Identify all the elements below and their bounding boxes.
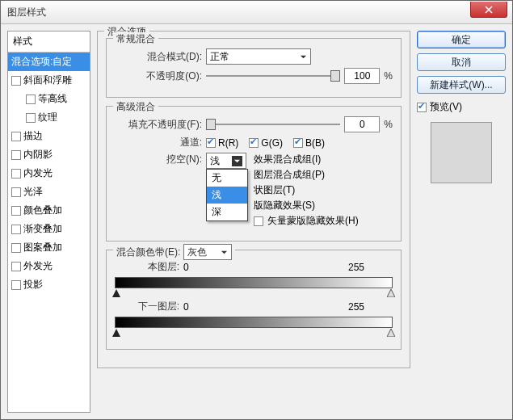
adv-check-label: 效果混合成组(I) [254,153,321,166]
styles-item-label: 图案叠加 [23,241,62,254]
advanced-blend-group: 高级混合 填充不透明度(F): 0 % 通道: R(R) G(G) [106,106,402,242]
gradient-stop-white[interactable] [387,329,395,337]
this-layer-gradient[interactable] [115,277,393,288]
blend-if-select[interactable]: 灰色 [183,244,232,260]
styles-item-label: 混合选项:自定 [11,55,72,69]
fill-opacity-label: 填充不透明度(F): [115,118,202,132]
knockout-select[interactable]: 浅 无 浅 深 [206,153,246,169]
styles-item-label: 斜面和浮雕 [23,74,72,87]
styles-item[interactable]: 斜面和浮雕 [8,71,90,90]
dialog-title: 图层样式 [1,6,46,19]
blend-if-label: 混合颜色带(E): [116,246,180,259]
range-high: 255 [348,301,364,313]
fill-opacity-slider[interactable] [206,118,340,131]
chevron-down-icon [232,156,242,166]
styles-item[interactable]: 颜色叠加 [8,201,90,220]
adv-check-5[interactable] [254,216,263,226]
styles-item[interactable]: 外发光 [8,257,90,275]
styles-item[interactable]: 光泽 [8,183,90,201]
blend-mode-select[interactable]: 正常 [206,48,311,65]
styles-item[interactable]: 纹理 [8,108,90,127]
styles-item-label: 颜色叠加 [23,204,62,217]
styles-item-checkbox[interactable] [11,280,21,290]
blend-if-legend: 混合颜色带(E): 灰色 [113,244,235,260]
blend-mode-value: 正常 [210,50,229,64]
styles-item[interactable]: 描边 [8,127,90,145]
styles-item[interactable]: 等高线 [8,90,90,108]
styles-item-checkbox[interactable] [26,94,36,104]
styles-item[interactable]: 图案叠加 [8,238,90,257]
gradient-stop-black[interactable] [112,329,120,337]
channel-g-checkbox[interactable] [249,138,259,148]
adv-check-label: 版隐藏效果(S) [254,199,315,212]
styles-item-checkbox[interactable] [11,243,21,253]
new-style-button[interactable]: 新建样式(W)... [417,76,506,94]
styles-item[interactable]: 投影 [8,275,90,294]
fill-opacity-input[interactable]: 0 [344,116,380,132]
pct-label: % [384,70,393,82]
layer-style-dialog: 图层样式 样式 混合选项:自定 斜面和浮雕等高线纹理描边内阴影内发光光泽颜色叠加… [0,0,513,420]
advanced-check-list: 效果混合成组(I) 图层混合成组(P) 状图层(T) 版隐藏效果(S) 矢量蒙版… [254,153,359,228]
pct-label: % [384,119,393,130]
styles-item-checkbox[interactable] [11,76,21,86]
knockout-option-none[interactable]: 无 [207,170,247,187]
blending-options-group: 混合选项 常规混合 混合模式(D): 正常 不透明度(O): [97,31,410,368]
knockout-label: 挖空(N): [115,153,202,166]
styles-item[interactable]: 内阴影 [8,145,90,164]
knockout-value: 浅 [210,154,220,168]
styles-item-label: 内阴影 [23,148,53,162]
normal-blend-group: 常规混合 混合模式(D): 正常 不透明度(O): [106,38,402,98]
under-layer-gradient[interactable] [115,317,393,328]
styles-item[interactable]: 渐变叠加 [8,220,90,238]
styles-item-checkbox[interactable] [11,169,21,178]
cancel-button[interactable]: 取消 [417,53,506,71]
preview-label: 预览(V) [430,100,462,114]
adv-check-label: 图层混合成组(P) [254,168,325,182]
styles-item-checkbox[interactable] [26,113,36,123]
titlebar[interactable]: 图层样式 [1,1,512,24]
this-layer-label: 本图层: [115,260,179,274]
knockout-option-shallow[interactable]: 浅 [207,187,247,204]
styles-item[interactable]: 内发光 [8,164,90,183]
styles-list: 样式 混合选项:自定 斜面和浮雕等高线纹理描边内阴影内发光光泽颜色叠加渐变叠加图… [7,31,90,413]
preview-swatch [431,122,492,183]
advanced-legend: 高级混合 [113,100,158,114]
channel-b-label: B(B) [305,137,325,149]
styles-item-checkbox[interactable] [11,150,21,160]
blend-if-group: 混合颜色带(E): 灰色 本图层: 0 255 [106,250,402,350]
opacity-input[interactable]: 100 [344,68,380,84]
channel-g-label: G(G) [261,137,283,149]
channel-r-label: R(R) [218,137,238,149]
styles-item-label: 外发光 [23,259,53,273]
adv-check-label: 矢量蒙版隐藏效果(H) [267,214,359,228]
styles-item-checkbox[interactable] [11,206,21,216]
styles-header: 样式 [8,32,90,52]
styles-item-label: 光泽 [23,185,43,199]
center-panel: 混合选项 常规混合 混合模式(D): 正常 不透明度(O): [97,31,410,413]
styles-item-checkbox[interactable] [11,262,21,271]
chevron-down-icon [300,53,307,61]
normal-legend: 常规混合 [113,32,158,46]
close-button[interactable] [470,2,507,18]
styles-item-label: 纹理 [38,111,57,124]
styles-item-checkbox[interactable] [11,225,21,234]
styles-item-checkbox[interactable] [11,187,21,197]
range-high: 255 [348,262,364,273]
styles-item-label: 内发光 [23,166,53,180]
opacity-label: 不透明度(O): [115,69,202,83]
gradient-stop-white[interactable] [387,289,395,297]
channel-r-checkbox[interactable] [206,138,216,148]
knockout-option-deep[interactable]: 深 [207,204,247,220]
blend-mode-label: 混合模式(D): [115,50,202,64]
gradient-stop-black[interactable] [112,289,120,297]
styles-item-blending-options[interactable]: 混合选项:自定 [8,52,90,71]
chevron-down-icon [221,249,228,256]
ok-button[interactable]: 确定 [417,31,506,48]
knockout-dropdown: 无 浅 深 [206,169,248,221]
opacity-slider[interactable] [206,69,340,82]
blend-if-value: 灰色 [187,246,207,259]
styles-item-checkbox[interactable] [11,132,21,141]
channel-b-checkbox[interactable] [293,138,303,148]
preview-checkbox[interactable] [417,103,427,112]
under-layer-label: 下一图层: [115,300,179,313]
